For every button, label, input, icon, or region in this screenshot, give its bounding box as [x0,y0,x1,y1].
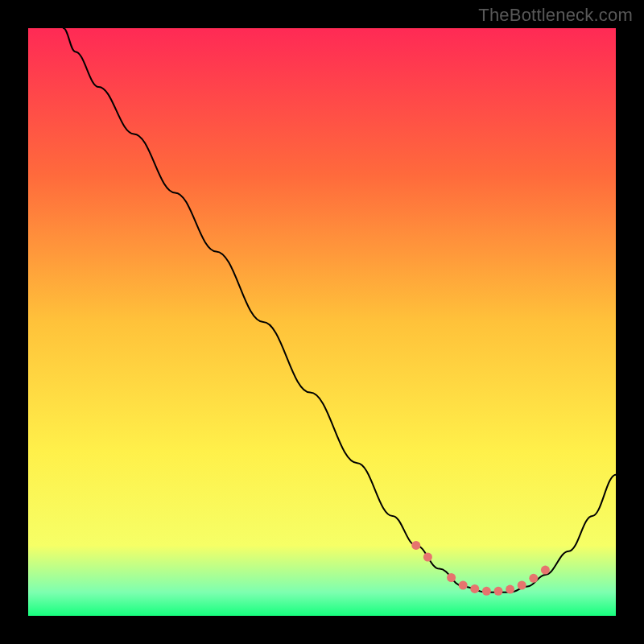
marker-dot [459,581,468,590]
marker-dot [494,587,503,596]
gradient-background [28,28,616,616]
marker-dot [447,573,456,582]
marker-dot [423,553,432,562]
marker-dot [482,587,491,596]
marker-dot [529,574,538,583]
marker-dot [518,581,526,590]
chart-canvas [28,28,616,616]
marker-dot [411,541,420,550]
marker-dot [541,566,550,575]
marker-dot [470,584,479,593]
watermark-text: TheBottleneck.com [478,5,633,26]
marker-dot [506,585,514,594]
